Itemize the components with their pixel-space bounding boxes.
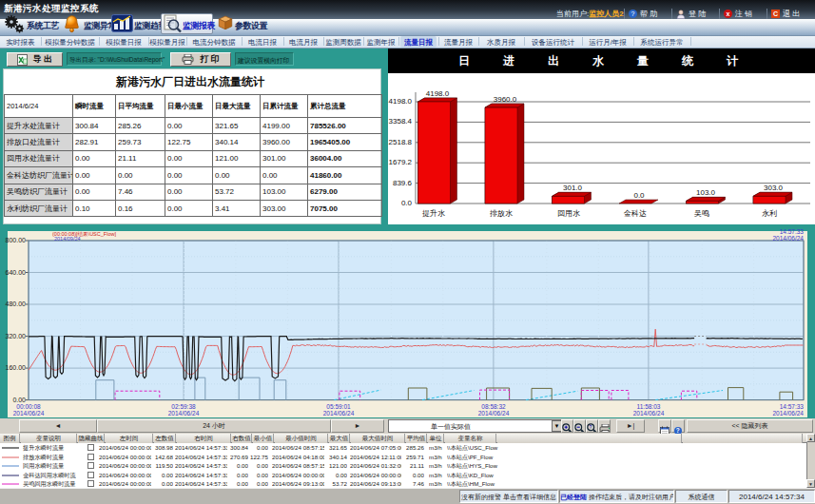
svg-text:?: ?	[590, 424, 592, 430]
